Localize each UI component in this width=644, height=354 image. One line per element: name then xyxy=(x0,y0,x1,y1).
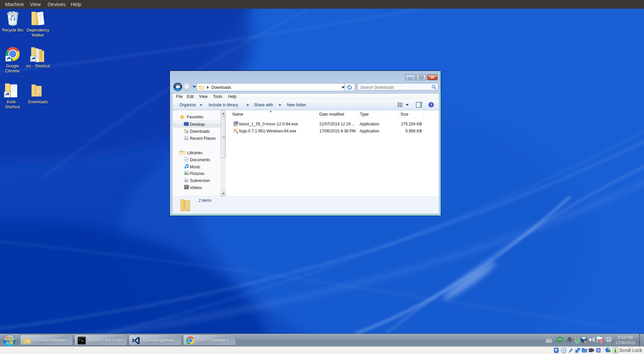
svg-text:C:\: C:\ xyxy=(78,339,82,341)
svg-text:?: ? xyxy=(430,103,432,107)
svg-text:U: U xyxy=(597,349,599,352)
